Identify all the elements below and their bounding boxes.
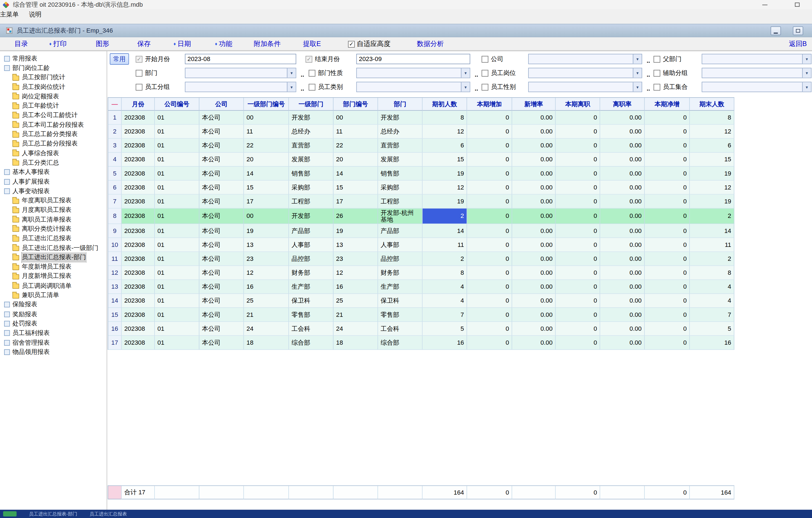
table-cell[interactable]: 工会科	[378, 322, 423, 336]
table-cell[interactable]: 19	[423, 166, 467, 181]
table-cell[interactable]: 0	[645, 280, 690, 294]
table-cell[interactable]: 0	[645, 194, 690, 208]
table-cell[interactable]: 202308	[122, 153, 155, 166]
table-cell[interactable]: 销售部	[289, 166, 334, 181]
toolbar-item[interactable]: 目录	[14, 37, 28, 51]
table-cell[interactable]: 0	[556, 280, 600, 294]
table-cell[interactable]: 产品部	[289, 224, 334, 238]
toolbar-item[interactable]: 提取E	[303, 37, 321, 51]
browse-dots-button[interactable]: ..	[645, 68, 652, 78]
row-number-cell[interactable]: 3	[108, 139, 122, 153]
table-cell[interactable]: 202308	[122, 238, 155, 252]
row-number-cell[interactable]: 12	[108, 266, 122, 280]
filter-checkbox[interactable]: ✓	[306, 56, 312, 62]
toolbar-item[interactable]: ♦功能	[215, 37, 232, 51]
table-cell[interactable]: 2	[423, 252, 467, 266]
table-cell[interactable]: 24	[334, 322, 378, 336]
sidebar-item[interactable]: 人事扩展报表	[0, 177, 107, 186]
table-row[interactable]: 320230801本公司22直营部22直营部600.0000.0006	[108, 139, 734, 153]
table-cell[interactable]: 财务部	[378, 266, 423, 280]
table-cell[interactable]: 15	[423, 153, 467, 166]
table-cell[interactable]: 0.00	[600, 139, 645, 153]
table-cell[interactable]: 0	[467, 252, 512, 266]
table-cell[interactable]: 16	[334, 280, 378, 294]
table-cell[interactable]: 0	[556, 139, 600, 153]
filter-checkbox[interactable]	[482, 84, 488, 90]
filter-checkbox[interactable]	[482, 70, 488, 77]
column-header[interactable]: 本期离职	[556, 98, 600, 111]
table-cell[interactable]: 202308	[122, 166, 155, 181]
table-cell[interactable]: 发展部	[378, 153, 423, 166]
table-cell[interactable]: 15	[690, 153, 734, 166]
column-header[interactable]: 一级部门编号	[244, 98, 289, 111]
filter-checkbox[interactable]	[654, 70, 660, 77]
table-cell[interactable]: 本公司	[199, 125, 244, 139]
table-cell[interactable]: 0	[467, 153, 512, 166]
table-cell[interactable]: 01	[155, 280, 199, 294]
table-cell[interactable]: 01	[155, 224, 199, 238]
table-row[interactable]: 120230801本公司00开发部00开发部800.0000.0008	[108, 111, 734, 125]
table-cell[interactable]: 本公司	[199, 336, 244, 350]
table-cell[interactable]: 00	[334, 111, 378, 125]
table-cell[interactable]: 12	[244, 266, 289, 280]
table-cell[interactable]: 19	[423, 194, 467, 208]
sidebar-item[interactable]: 员工进出汇总报表	[0, 234, 107, 243]
table-cell[interactable]: 21	[334, 308, 378, 322]
table-cell[interactable]: 本公司	[199, 139, 244, 153]
minimize-button[interactable]	[756, 0, 774, 9]
table-cell[interactable]: 202308	[122, 294, 155, 308]
table-cell[interactable]: 0.00	[600, 125, 645, 139]
table-cell[interactable]: 202308	[122, 125, 155, 139]
column-header[interactable]: 期末人数	[690, 98, 734, 111]
table-cell[interactable]: 0.00	[512, 153, 556, 166]
table-cell[interactable]: 22	[334, 139, 378, 153]
table-cell[interactable]: 生产部	[378, 280, 423, 294]
table-cell[interactable]: 01	[155, 266, 199, 280]
table-cell[interactable]: 0	[556, 208, 600, 224]
table-cell[interactable]: 0.00	[512, 194, 556, 208]
table-cell[interactable]: 0	[645, 166, 690, 181]
table-cell[interactable]: 4	[423, 280, 467, 294]
filter-checkbox[interactable]	[136, 84, 143, 90]
sidebar-item[interactable]: 员工进出汇总报表-部门	[0, 253, 107, 262]
table-cell[interactable]: 0	[467, 208, 512, 224]
table-cell[interactable]: 7	[690, 308, 734, 322]
table-row[interactable]: 1520230801本公司21零售部21零售部700.0000.0007	[108, 308, 734, 322]
table-cell[interactable]: 12	[690, 181, 734, 194]
table-row[interactable]: 920230801本公司19产品部19产品部1400.0000.00014	[108, 224, 734, 238]
table-cell[interactable]: 采购部	[289, 181, 334, 194]
table-cell[interactable]: 0	[556, 308, 600, 322]
table-cell[interactable]: 本公司	[199, 153, 244, 166]
sidebar-item[interactable]: 年度新增员工报表	[0, 262, 107, 272]
table-cell[interactable]: 5	[423, 322, 467, 336]
table-cell[interactable]: 0	[645, 181, 690, 194]
table-cell[interactable]: 202308	[122, 111, 155, 125]
table-cell[interactable]: 0.00	[600, 280, 645, 294]
table-cell[interactable]: 8	[423, 266, 467, 280]
table-cell[interactable]: 5	[690, 322, 734, 336]
table-row[interactable]: 1220230801本公司12财务部12财务部800.0000.0008	[108, 266, 734, 280]
table-cell[interactable]: 开发部	[378, 111, 423, 125]
table-cell[interactable]: 品控部	[289, 252, 334, 266]
table-cell[interactable]: 12	[334, 266, 378, 280]
filter-combo[interactable]: ▼	[356, 82, 470, 92]
row-number-cell[interactable]: 17	[108, 336, 122, 350]
table-cell[interactable]: 15	[334, 181, 378, 194]
row-number-cell[interactable]: 13	[108, 280, 122, 294]
table-cell[interactable]: 0.00	[512, 322, 556, 336]
table-cell[interactable]: 生产部	[289, 280, 334, 294]
table-cell[interactable]: 0	[556, 294, 600, 308]
table-cell[interactable]: 0.00	[600, 208, 645, 224]
table-cell[interactable]: 0	[467, 125, 512, 139]
table-cell[interactable]: 人事部	[289, 238, 334, 252]
table-cell[interactable]: 0	[556, 238, 600, 252]
table-cell[interactable]: 13	[244, 238, 289, 252]
sidebar-item[interactable]: 基本人事报表	[0, 167, 107, 177]
table-cell[interactable]: 本公司	[199, 294, 244, 308]
filter-combo[interactable]: ▼	[702, 82, 811, 92]
table-cell[interactable]: 0	[645, 153, 690, 166]
table-row[interactable]: 1020230801本公司13人事部13人事部1100.0000.00011	[108, 238, 734, 252]
table-row[interactable]: 620230801本公司15采购部15采购部1200.0000.00012	[108, 181, 734, 194]
table-cell[interactable]: 25	[244, 294, 289, 308]
table-cell[interactable]: 2	[690, 208, 734, 224]
